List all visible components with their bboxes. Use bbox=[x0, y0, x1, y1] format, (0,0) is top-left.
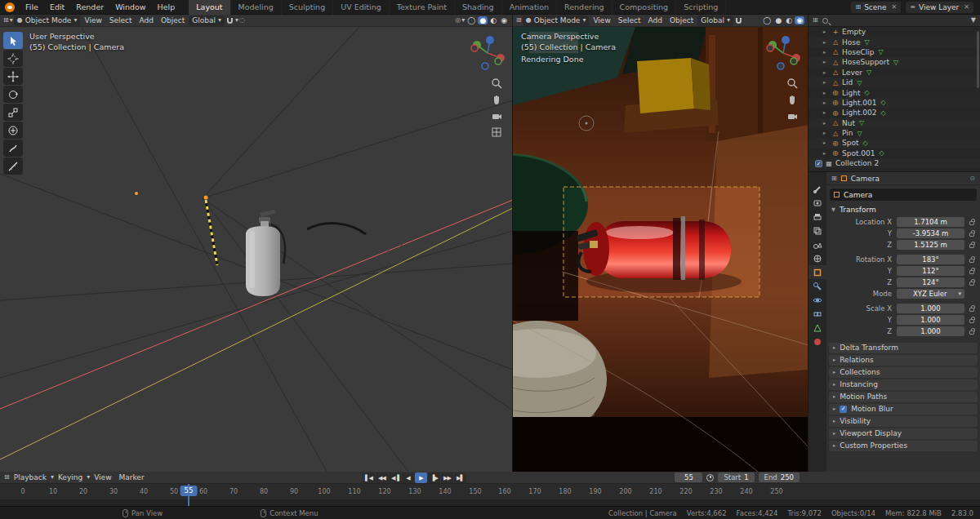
scale-y-input[interactable]: 1.000 bbox=[897, 315, 964, 325]
outliner-item-light[interactable]: ▸ ◎ Light ◇ bbox=[808, 87, 980, 97]
jump-to-start-button[interactable]: ▌◀ bbox=[363, 472, 375, 483]
tab-tool[interactable] bbox=[808, 182, 826, 196]
viewport-3d-left[interactable]: ⊞ ▾ ● Object Mode ▾ View Select Add Obje… bbox=[0, 15, 513, 472]
outliner-scrollbar[interactable] bbox=[977, 31, 979, 88]
outliner-item-nut[interactable]: ▸ △ Nut ▽ bbox=[808, 118, 980, 128]
workspace-tab-modeling[interactable]: Modeling bbox=[231, 0, 282, 15]
rotation-x-input[interactable]: 183° bbox=[897, 255, 964, 264]
location-y-input[interactable]: -3.9534 m bbox=[897, 228, 964, 238]
tab-material[interactable] bbox=[808, 335, 826, 348]
scene-unlink-icon[interactable]: ✕ bbox=[890, 3, 898, 11]
location-z-input[interactable]: 1.5125 m bbox=[897, 240, 964, 250]
search-icon[interactable] bbox=[822, 18, 828, 24]
collection-checkbox[interactable]: ✓ bbox=[815, 160, 822, 167]
expand-arrow-icon[interactable]: ▸ bbox=[823, 90, 829, 96]
expand-arrow-icon[interactable]: ▸ bbox=[823, 49, 829, 55]
menu-render[interactable]: Render bbox=[70, 0, 109, 15]
outliner-item-spot-001[interactable]: ▸ ◎ Spot.001 ◇ bbox=[808, 149, 980, 158]
camera-view-icon[interactable] bbox=[491, 110, 502, 122]
workspace-tab-shading[interactable]: Shading bbox=[455, 0, 502, 15]
lock-icon[interactable] bbox=[967, 219, 977, 225]
add-menu[interactable]: Add bbox=[136, 16, 157, 24]
expand-arrow-icon[interactable]: ▸ bbox=[823, 39, 829, 46]
outliner-item-hoseclip[interactable]: ▸ △ HoseClip ▽ bbox=[808, 47, 980, 57]
outliner-item-lid[interactable]: ▸ △ Lid ▽ bbox=[808, 78, 980, 87]
object-menu[interactable]: Object bbox=[666, 16, 697, 24]
editor-type-icon[interactable]: ⊞ bbox=[516, 17, 522, 24]
shading-material-icon[interactable]: ◐ bbox=[488, 16, 498, 24]
end-frame-input[interactable]: End 250 bbox=[759, 472, 800, 482]
empty-circle-object[interactable] bbox=[381, 230, 403, 251]
fire-extinguisher-model[interactable] bbox=[246, 210, 285, 296]
object-menu[interactable]: Object bbox=[158, 16, 188, 24]
expand-arrow-icon[interactable]: ▸ bbox=[823, 69, 829, 76]
lock-icon[interactable] bbox=[967, 268, 977, 274]
timeline-ruler[interactable]: 0 10 20 30 40 50 60 70 80 90 100 110 120… bbox=[0, 484, 980, 499]
tab-constraints[interactable] bbox=[808, 307, 826, 321]
snap-dropdown-icon[interactable]: ▾ bbox=[235, 17, 238, 24]
snap-magnet-icon[interactable] bbox=[227, 18, 233, 24]
play-reverse-button[interactable]: ◀ bbox=[402, 472, 414, 483]
scale-tool[interactable] bbox=[3, 104, 23, 121]
menu-file[interactable]: File bbox=[20, 0, 44, 15]
transform-tool[interactable] bbox=[3, 122, 23, 139]
lock-icon[interactable] bbox=[967, 317, 977, 323]
pin-icon[interactable]: ⊙ bbox=[969, 175, 975, 182]
viewport-3d-right[interactable]: ⊞ ● Object Mode ▾ View Select Add Object… bbox=[513, 15, 808, 472]
zoom-icon[interactable] bbox=[491, 78, 502, 89]
scale-x-input[interactable]: 1.000 bbox=[897, 304, 964, 313]
view-menu[interactable]: View bbox=[81, 16, 105, 24]
zoom-icon[interactable] bbox=[786, 78, 798, 89]
pan-hand-icon[interactable] bbox=[491, 94, 502, 105]
add-menu[interactable]: Add bbox=[645, 16, 666, 24]
expand-arrow-icon[interactable]: ▸ bbox=[823, 140, 829, 146]
workspace-tab-texture-paint[interactable]: Texture Paint bbox=[390, 0, 455, 15]
wireframe-scene[interactable] bbox=[0, 27, 512, 472]
lock-icon[interactable] bbox=[967, 230, 977, 237]
outliner-item-pin[interactable]: ▸ △ Pin ▽ bbox=[808, 128, 980, 138]
axis-navigation-gizmo[interactable] bbox=[762, 32, 804, 74]
expand-arrow-icon[interactable]: ▸ bbox=[823, 79, 829, 86]
lock-icon[interactable] bbox=[967, 328, 977, 335]
outliner-item-hose[interactable]: ▸ △ Hose ▽ bbox=[808, 37, 980, 47]
jump-to-end-button[interactable]: ▶▌ bbox=[454, 472, 466, 483]
hose-object[interactable] bbox=[307, 224, 366, 234]
timeline-track-area[interactable] bbox=[0, 499, 980, 506]
start-frame-input[interactable]: Start 1 bbox=[718, 472, 754, 482]
viewport-right-body[interactable]: Camera Perspective (55) Collection | Cam… bbox=[513, 27, 808, 472]
cursor-tool[interactable] bbox=[3, 50, 23, 67]
workspace-tab-layout[interactable]: Layout bbox=[189, 0, 230, 15]
view-layer-selector[interactable]: ≡ View Layer ✕ bbox=[906, 2, 973, 13]
view-layer-unlink-icon[interactable]: ✕ bbox=[962, 3, 969, 11]
prev-keyframe-button[interactable]: ◀◀ bbox=[376, 472, 388, 483]
outliner-item-hosesupport[interactable]: ▸ △ HoseSupport ▽ bbox=[808, 57, 980, 67]
playhead-frame-badge[interactable]: 55 bbox=[180, 486, 198, 496]
snap-magnet-icon[interactable] bbox=[736, 18, 742, 24]
move-tool[interactable] bbox=[3, 68, 23, 85]
rotation-y-input[interactable]: 112° bbox=[897, 266, 964, 276]
empty-origin-dot[interactable] bbox=[135, 192, 138, 195]
editor-type-icon[interactable]: ⊞ bbox=[3, 17, 9, 24]
motion-blur-checkbox[interactable]: ✓ bbox=[840, 406, 847, 413]
outliner-item-collection-2[interactable]: ✓ ▦ Collection 2 bbox=[808, 158, 980, 168]
tab-world[interactable] bbox=[808, 251, 826, 265]
tab-physics[interactable] bbox=[808, 293, 826, 307]
shading-wireframe-icon[interactable]: ◯ bbox=[466, 16, 477, 24]
tab-modifiers[interactable] bbox=[808, 279, 826, 293]
section-viewport-display[interactable]: ▸ Viewport Display bbox=[829, 428, 978, 440]
editor-dropdown-icon[interactable]: ▾ bbox=[10, 17, 13, 24]
mode-dropdown[interactable]: ● Object Mode ▾ bbox=[14, 16, 81, 26]
prev-frame-button[interactable]: ◀▐ bbox=[389, 472, 401, 483]
annotate-tool[interactable] bbox=[3, 140, 23, 157]
overlays-icon[interactable]: ◎ bbox=[455, 17, 461, 24]
editor-type-icon[interactable]: ⊞ bbox=[813, 17, 818, 24]
view-menu[interactable]: View bbox=[91, 473, 114, 481]
workspace-tab-rendering[interactable]: Rendering bbox=[557, 0, 612, 15]
tab-scene[interactable] bbox=[808, 237, 826, 251]
rotation-mode-dropdown[interactable]: XYZ Euler ▾ bbox=[897, 289, 964, 299]
workspace-tab-compositing[interactable]: Compositing bbox=[612, 0, 677, 15]
shading-solid-icon[interactable]: ● bbox=[773, 16, 783, 24]
orientation-dropdown[interactable]: Global ▾ bbox=[189, 16, 225, 26]
tab-object-data[interactable] bbox=[808, 321, 826, 335]
next-frame-button[interactable]: ▐▶ bbox=[428, 472, 440, 483]
